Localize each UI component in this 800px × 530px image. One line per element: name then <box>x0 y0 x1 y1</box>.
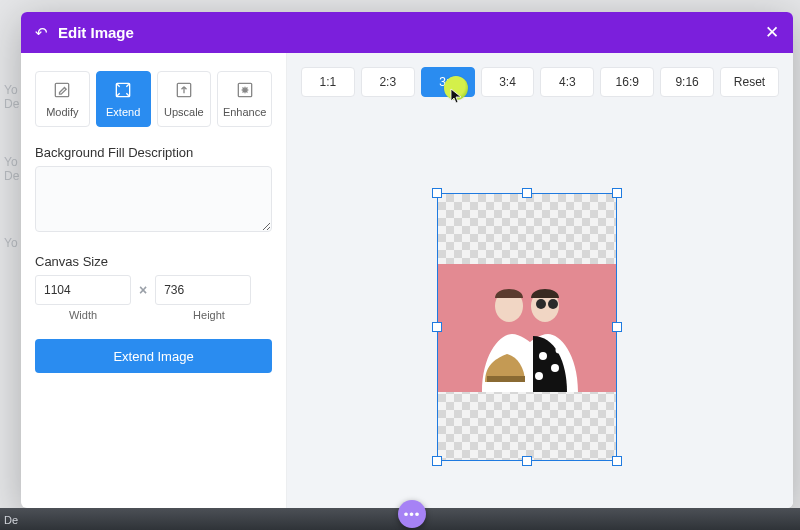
tool-tabs: Modify Extend Upscale Enhance <box>35 71 272 127</box>
svg-point-11 <box>535 372 543 380</box>
svg-point-9 <box>539 352 547 360</box>
canvas-size-row: × <box>35 275 272 305</box>
description-input[interactable] <box>35 166 272 232</box>
canvas-size-label: Canvas Size <box>35 254 272 269</box>
resize-handle-bl[interactable] <box>432 456 442 466</box>
ratio-16-9[interactable]: 16:9 <box>600 67 654 97</box>
resize-handle-bm[interactable] <box>522 456 532 466</box>
svg-point-7 <box>536 299 546 309</box>
upscale-icon <box>174 80 194 102</box>
bg-text: Yo <box>4 83 18 97</box>
resize-handle-tl[interactable] <box>432 188 442 198</box>
tab-label: Modify <box>46 106 78 118</box>
ratio-3-2[interactable]: 3:2 <box>421 67 475 97</box>
tab-label: Enhance <box>223 106 266 118</box>
tab-modify[interactable]: Modify <box>35 71 90 127</box>
svg-point-12 <box>556 347 563 354</box>
assistant-orb-button[interactable]: ••• <box>398 500 426 528</box>
modal-header: ↶ Edit Image ✕ <box>21 12 793 53</box>
height-input[interactable] <box>155 275 251 305</box>
ratio-9-16[interactable]: 9:16 <box>660 67 714 97</box>
width-sublabel: Width <box>35 309 131 321</box>
canvas-area[interactable]: 1:1 2:3 3:2 3:4 4:3 16:9 9:16 Reset <box>287 53 793 508</box>
ratio-3-4[interactable]: 3:4 <box>481 67 535 97</box>
modal-body: Modify Extend Upscale Enhance Background… <box>21 53 793 508</box>
ratio-2-3[interactable]: 2:3 <box>361 67 415 97</box>
image-preview <box>438 264 616 392</box>
bg-text: De <box>4 169 19 183</box>
aspect-ratio-bar: 1:1 2:3 3:2 3:4 4:3 16:9 9:16 Reset <box>301 67 779 97</box>
svg-point-8 <box>548 299 558 309</box>
tab-enhance[interactable]: Enhance <box>217 71 272 127</box>
resize-handle-tm[interactable] <box>522 188 532 198</box>
extend-icon <box>113 80 133 102</box>
resize-handle-ml[interactable] <box>432 322 442 332</box>
bg-text: Yo <box>4 155 18 169</box>
resize-handle-tr[interactable] <box>612 188 622 198</box>
sparkle-icon <box>235 80 255 102</box>
footer-text: De <box>4 514 18 526</box>
ratio-4-3[interactable]: 4:3 <box>540 67 594 97</box>
resize-handle-br[interactable] <box>612 456 622 466</box>
close-icon[interactable]: ✕ <box>765 22 779 43</box>
edit-image-modal: ↶ Edit Image ✕ Modify Extend Upscale <box>21 12 793 508</box>
resize-handle-mr[interactable] <box>612 322 622 332</box>
height-sublabel: Height <box>161 309 257 321</box>
desc-label: Background Fill Description <box>35 145 272 160</box>
tab-extend[interactable]: Extend <box>96 71 151 127</box>
canvas-sublabels: Width Height <box>35 309 272 321</box>
cursor-icon <box>450 88 462 104</box>
dots-icon: ••• <box>404 508 421 521</box>
ratio-1-1[interactable]: 1:1 <box>301 67 355 97</box>
tab-label: Extend <box>106 106 140 118</box>
back-icon[interactable]: ↶ <box>35 24 48 42</box>
modal-title: Edit Image <box>58 24 134 41</box>
tab-upscale[interactable]: Upscale <box>157 71 212 127</box>
pencil-icon <box>52 80 72 102</box>
extend-image-button[interactable]: Extend Image <box>35 339 272 373</box>
width-input[interactable] <box>35 275 131 305</box>
crop-frame[interactable] <box>437 193 617 461</box>
sidebar: Modify Extend Upscale Enhance Background… <box>21 53 287 508</box>
svg-point-10 <box>551 364 559 372</box>
times-icon: × <box>139 282 147 298</box>
bg-text: De <box>4 97 19 111</box>
bg-text: Yo <box>4 236 18 250</box>
ratio-reset-button[interactable]: Reset <box>720 67 779 97</box>
tab-label: Upscale <box>164 106 204 118</box>
